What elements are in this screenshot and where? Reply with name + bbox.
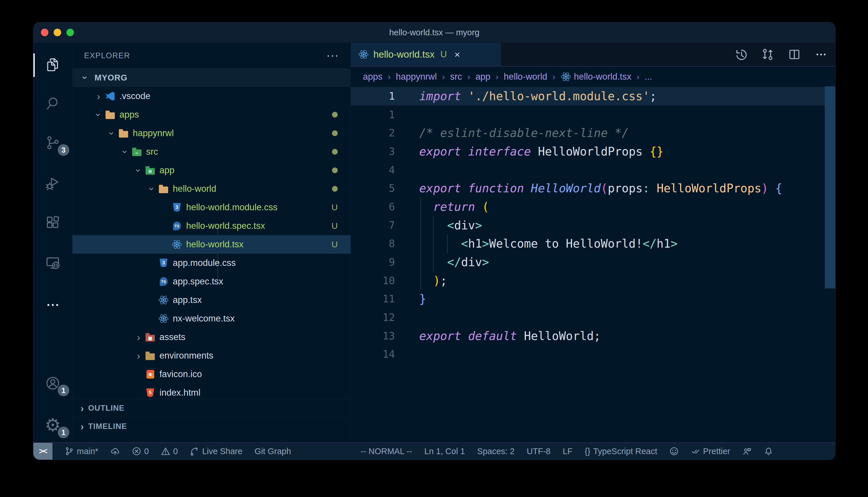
chevron-down-icon[interactable]: › bbox=[147, 183, 158, 195]
chevron-right-icon[interactable]: › bbox=[93, 91, 105, 102]
breadcrumb-item-happynrwl[interactable]: happynrwl bbox=[396, 72, 437, 82]
chevron-down-icon[interactable]: › bbox=[133, 165, 144, 176]
status-git-branch[interactable]: main* bbox=[65, 446, 98, 456]
status-encoding[interactable]: UTF-8 bbox=[527, 446, 551, 456]
breadcrumb-item-hello-world-tsx[interactable]: hello-world.tsx bbox=[561, 72, 631, 82]
tree-item--vscode[interactable]: ›.vscode bbox=[72, 87, 350, 105]
code-token: ; bbox=[650, 89, 657, 103]
activity-search-icon[interactable] bbox=[33, 88, 72, 119]
status-feedback[interactable] bbox=[670, 446, 679, 456]
minimize-window-button[interactable] bbox=[54, 29, 61, 36]
status-publish[interactable] bbox=[110, 446, 120, 456]
status-errors[interactable]: 0 bbox=[132, 446, 149, 456]
tree-item-nx-welcome-tsx[interactable]: ›nx-welcome.tsx bbox=[72, 309, 350, 328]
code-line[interactable]: 2/* eslint-disable-next-line */ bbox=[351, 124, 835, 142]
close-window-button[interactable] bbox=[41, 29, 49, 36]
status-notifications[interactable] bbox=[764, 446, 773, 456]
code-line[interactable]: 8 <h1>Welcome to HelloWorld!</h1> bbox=[351, 235, 835, 253]
code-line[interactable]: 7 <div> bbox=[351, 216, 835, 235]
maximize-window-button[interactable] bbox=[66, 29, 74, 36]
tree-item-label: app.tsx bbox=[173, 295, 202, 305]
close-tab-icon[interactable]: × bbox=[454, 49, 460, 60]
tree-item-app-spec-tsx[interactable]: ›TSapp.spec.tsx bbox=[72, 272, 350, 291]
code-line[interactable]: 6 return ( bbox=[351, 198, 835, 216]
code-line[interactable]: 11} bbox=[351, 290, 835, 309]
code-line[interactable]: 4 bbox=[351, 161, 835, 179]
code-line[interactable]: 1import './hello-world.module.css'; bbox=[351, 87, 835, 105]
code-line[interactable]: 13export default HelloWorld; bbox=[351, 327, 835, 345]
code-line[interactable]: 5export function HelloWorld(props: Hello… bbox=[351, 179, 835, 198]
vscode-icon bbox=[105, 91, 116, 101]
editor-scrollbar[interactable] bbox=[825, 86, 835, 288]
chevron-down-icon[interactable]: › bbox=[93, 109, 105, 120]
code-line[interactable]: 14 bbox=[351, 345, 835, 364]
tab-hello-world-tsx[interactable]: hello-world.tsx U × bbox=[351, 43, 501, 66]
breadcrumb-item-src[interactable]: src bbox=[450, 72, 462, 82]
code-token bbox=[650, 182, 657, 195]
tree-item-environments[interactable]: ›environments bbox=[72, 346, 350, 365]
status-indentation[interactable]: Spaces: 2 bbox=[477, 446, 514, 456]
chevron-right-icon[interactable]: › bbox=[133, 350, 144, 361]
timeline-section[interactable]: › TIMELINE bbox=[72, 417, 350, 435]
breadcrumb-item-apps[interactable]: apps bbox=[363, 72, 382, 82]
breadcrumb-item-hello-world[interactable]: hello-world bbox=[504, 72, 547, 82]
remote-indicator[interactable]: >< bbox=[33, 443, 53, 460]
html-icon: 5 bbox=[144, 387, 156, 398]
status-contacts[interactable] bbox=[743, 446, 752, 456]
titlebar[interactable]: hello-world.tsx — myorg bbox=[33, 22, 835, 43]
activity-accounts-icon[interactable]: 1 bbox=[33, 367, 72, 399]
line-number: 9 bbox=[351, 256, 395, 268]
timeline-icon[interactable] bbox=[734, 48, 748, 61]
tree-item-app-module-css[interactable]: ›3app.module.css bbox=[72, 254, 350, 272]
code-line[interactable]: 12 bbox=[351, 308, 835, 327]
tree-item-app-tsx[interactable]: ›app.tsx bbox=[72, 291, 350, 309]
tree-item-myorg[interactable]: ›MYORG bbox=[72, 68, 350, 87]
code-line[interactable]: 1 bbox=[351, 105, 835, 124]
chevron-down-icon[interactable]: › bbox=[106, 127, 118, 139]
breadcrumb-item-app[interactable]: app bbox=[476, 72, 491, 82]
tree-item-apps[interactable]: ›apps bbox=[72, 105, 350, 124]
status-eol[interactable]: LF bbox=[563, 446, 573, 456]
code-token: : bbox=[643, 182, 650, 195]
activity-more-icon[interactable] bbox=[33, 289, 72, 321]
tree-item-assets[interactable]: ›▦assets bbox=[72, 328, 350, 346]
chevron-down-icon[interactable]: › bbox=[120, 146, 131, 158]
tree-item-app[interactable]: ›⚙app bbox=[72, 161, 350, 180]
activity-settings-icon[interactable]: ⚙1 bbox=[33, 409, 72, 441]
activity-source-control-icon[interactable]: 3 bbox=[33, 127, 72, 159]
status-language-mode[interactable]: {}TypeScript React bbox=[585, 446, 657, 456]
code-editor[interactable]: 1import './hello-world.module.css';12/* … bbox=[351, 87, 835, 442]
code-line[interactable]: 9 </div> bbox=[351, 253, 835, 271]
status-vim-mode[interactable]: -- NORMAL -- bbox=[361, 446, 412, 456]
code-line-content: export default HelloWorld; bbox=[395, 329, 601, 343]
breadcrumb-item--[interactable]: ... bbox=[645, 72, 652, 82]
outline-section[interactable]: › OUTLINE bbox=[72, 399, 350, 417]
tree-item-favicon-ico[interactable]: ›★favicon.ico bbox=[72, 365, 350, 383]
split-editor-icon[interactable] bbox=[788, 48, 801, 61]
activity-explorer-icon[interactable] bbox=[33, 49, 72, 81]
tree-item-hello-world-spec-tsx[interactable]: ›TShello-world.spec.tsxU bbox=[72, 217, 350, 235]
tree-item-hello-world-module-css[interactable]: ›3hello-world.module.cssU bbox=[72, 198, 350, 217]
code-line[interactable]: 10 ); bbox=[351, 271, 835, 290]
status-git-graph[interactable]: Git Graph bbox=[254, 446, 291, 456]
code-line-content: </div> bbox=[395, 255, 489, 269]
line-number: 1 bbox=[351, 90, 395, 102]
activity-extensions-icon[interactable] bbox=[33, 207, 72, 238]
status-warnings[interactable]: 0 bbox=[161, 446, 178, 456]
activity-run-debug-icon[interactable] bbox=[33, 167, 72, 199]
status-live-share[interactable]: Live Share bbox=[190, 446, 243, 456]
open-changes-icon[interactable] bbox=[761, 48, 774, 61]
tree-item-hello-world[interactable]: ›hello-world bbox=[72, 180, 350, 198]
tree-item-happynrwl[interactable]: ›happynrwl bbox=[72, 124, 350, 142]
more-actions-icon[interactable] bbox=[814, 48, 828, 61]
tree-item-hello-world-tsx[interactable]: ›hello-world.tsxU bbox=[72, 235, 350, 254]
tree-item-src[interactable]: ›‹›src bbox=[72, 142, 350, 161]
chevron-right-icon[interactable]: › bbox=[133, 332, 144, 343]
activity-remote-explorer-icon[interactable] bbox=[33, 247, 72, 279]
chevron-down-icon[interactable]: › bbox=[80, 72, 91, 83]
code-line[interactable]: 3export interface HelloWorldProps {} bbox=[351, 142, 835, 161]
status-prettier[interactable]: Prettier bbox=[691, 446, 730, 456]
git-modified-dot-badge bbox=[332, 186, 338, 192]
status-cursor-position[interactable]: Ln 1, Col 1 bbox=[424, 446, 465, 456]
react-icon bbox=[358, 49, 369, 60]
